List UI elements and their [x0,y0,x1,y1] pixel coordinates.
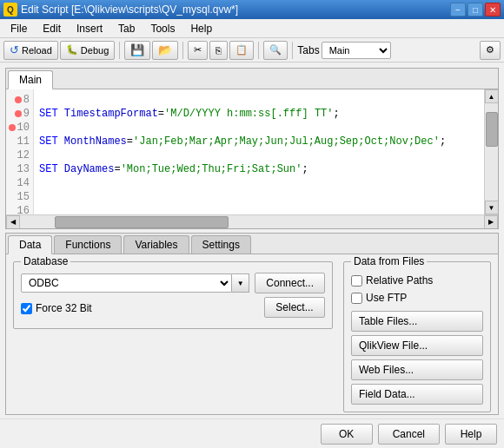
breakpoint-8 [15,96,22,103]
debug-label: Debug [81,45,109,56]
breakpoint-14 [9,180,16,187]
relative-paths-checkbox[interactable] [351,275,362,287]
use-ftp-row: Use FTP [351,292,483,304]
force32-checkbox[interactable] [21,303,32,314]
search-button[interactable]: 🔍 [263,41,288,60]
menu-tools[interactable]: Tools [143,21,182,36]
toolbar-separator-3 [258,42,259,59]
web-files-button[interactable]: Web Files... [351,359,483,380]
field-data-button[interactable]: Field Data... [351,384,483,405]
line-num-15: 15 [6,190,33,204]
connect-button[interactable]: Connect... [255,273,325,293]
force32-checkbox-row: Force 32 Bit [21,302,92,314]
menu-help[interactable]: Help [183,21,219,36]
title-bar: Q Edit Script [E:\Qlikview\scripts\QV_my… [0,0,504,19]
database-combo-wrapper: ODBC ▼ [21,273,249,293]
qlikview-file-button[interactable]: QlikView File... [351,335,483,356]
panel-right: Data from Files Relative Paths Use FTP T… [343,261,491,412]
table-files-button[interactable]: Table Files... [351,311,483,332]
line-num-8: 8 [6,93,33,107]
debug-button[interactable]: 🐛 Debug [60,41,115,60]
toolbar-separator-1 [119,42,120,59]
toolbar-separator-2 [182,42,183,59]
main-content: Main 8 9 10 11 [0,63,504,448]
database-selector[interactable]: ODBC [21,273,232,293]
scroll-left-arrow[interactable]: ◀ [6,215,20,229]
scroll-thumb-h[interactable] [55,216,229,228]
bottom-panel: Data Functions Variables Settings Databa… [5,233,499,415]
search-icon: 🔍 [269,44,282,56]
breakpoint-16 [9,208,16,214]
app-icon: Q [3,3,17,16]
menu-tab[interactable]: Tab [111,21,142,36]
line-num-14: 14 [6,176,33,190]
line-num-10: 10 [6,121,33,135]
database-group-label: Database [21,255,70,267]
ok-button[interactable]: OK [321,424,373,445]
editor-tab-main[interactable]: Main [8,70,53,89]
use-ftp-checkbox[interactable] [351,293,362,304]
menu-edit[interactable]: Edit [36,21,68,36]
code-content[interactable]: SET TimestampFormat='M/D/YYYY h:mm:ss[.f… [34,89,484,214]
maximize-button[interactable]: □ [468,3,483,16]
paste-button[interactable]: 📋 [229,41,254,60]
help-button[interactable]: Help [445,424,497,445]
editor-tabs: Main [6,69,498,89]
data-from-files-label: Data from Files [351,255,427,267]
cancel-button[interactable]: Cancel [378,424,440,445]
panel-tab-variables[interactable]: Variables [123,235,189,254]
menu-insert[interactable]: Insert [70,21,109,36]
bug-icon: 🐛 [66,44,78,56]
open-icon: 📂 [158,43,172,56]
panel-tab-settings[interactable]: Settings [191,235,251,254]
tab-selector[interactable]: Main [322,42,391,59]
select-button[interactable]: Select... [264,297,325,318]
scroll-thumb-v[interactable] [486,112,498,147]
line-num-9: 9 [6,107,33,121]
reload-label: Reload [22,45,52,56]
panel-left: Database ODBC ▼ Connect... [13,261,333,412]
minimize-button[interactable]: − [450,3,466,16]
code-editor[interactable]: 8 9 10 11 12 [6,89,498,214]
window-title: Edit Script [E:\Qlikview\scripts\QV_mysq… [21,3,238,16]
line-numbers: 8 9 10 11 12 [6,89,34,214]
panel-tab-data[interactable]: Data [8,235,52,254]
reload-button[interactable]: ↺ Reload [3,41,58,60]
vertical-scrollbar[interactable]: ▲ ▼ [484,89,498,214]
save-icon: 💾 [130,43,144,56]
line-num-13: 13 [6,162,33,176]
database-group: Database ODBC ▼ Connect... [13,261,333,329]
toolbar-right: ⚙ [480,41,501,60]
save-button[interactable]: 💾 [124,41,150,60]
database-combo-arrow[interactable]: ▼ [232,273,249,293]
scroll-down-arrow[interactable]: ▼ [485,201,499,214]
tab-options-button[interactable]: ⚙ [480,41,501,60]
breakpoint-11 [9,138,16,145]
panel-tab-functions[interactable]: Functions [54,235,122,254]
breakpoint-13 [9,166,16,173]
breakpoint-12 [9,152,16,159]
open-button[interactable]: 📂 [152,41,178,60]
files-checkboxes: Relative Paths Use FTP [351,273,483,304]
scroll-track-h[interactable] [20,215,484,228]
footer: OK Cancel Help [0,418,504,448]
breakpoint-10 [9,124,16,131]
breakpoint-15 [9,194,16,201]
cut-button[interactable]: ✂ [188,41,208,60]
line-num-12: 12 [6,148,33,162]
tabs-label: Tabs [297,44,319,56]
scroll-right-arrow[interactable]: ▶ [484,215,498,229]
scroll-track-v[interactable] [485,103,498,201]
close-button[interactable]: ✕ [485,3,501,16]
scroll-up-arrow[interactable]: ▲ [485,89,499,103]
horizontal-scrollbar[interactable]: ◀ ▶ [6,214,498,228]
window-controls: − □ ✕ [450,3,501,16]
data-from-files-group: Data from Files Relative Paths Use FTP T… [343,261,491,412]
breakpoint-9 [15,110,22,117]
database-field-row: ODBC ▼ Connect... [21,273,325,293]
copy-button[interactable]: ⎘ [209,41,228,60]
reload-icon: ↺ [10,43,19,56]
menu-bar: File Edit Insert Tab Tools Help [0,19,504,38]
menu-file[interactable]: File [3,21,34,36]
relative-paths-row: Relative Paths [351,274,483,287]
